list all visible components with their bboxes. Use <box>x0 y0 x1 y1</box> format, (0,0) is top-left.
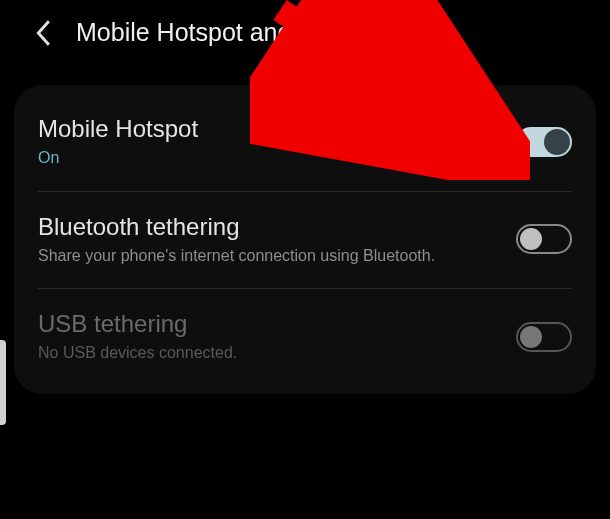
toggle-knob-icon <box>520 228 542 250</box>
page-title: Mobile Hotspot and Tethering <box>76 18 401 47</box>
row-subtitle: Share your phone's internet connection u… <box>38 245 496 267</box>
toggle-knob-icon <box>520 326 542 348</box>
mobile-hotspot-toggle[interactable] <box>516 127 572 157</box>
back-icon[interactable] <box>34 19 52 47</box>
header: Mobile Hotspot and Tethering <box>0 0 610 65</box>
bluetooth-tethering-toggle[interactable] <box>516 224 572 254</box>
usb-tethering-toggle <box>516 322 572 352</box>
scroll-handle[interactable] <box>0 340 6 425</box>
row-subtitle: No USB devices connected. <box>38 342 496 364</box>
row-subtitle: On <box>38 147 496 169</box>
settings-panel: Mobile Hotspot On Bluetooth tethering Sh… <box>14 85 596 394</box>
row-title: Bluetooth tethering <box>38 213 496 241</box>
row-bluetooth-tethering[interactable]: Bluetooth tethering Share your phone's i… <box>14 191 596 289</box>
row-text: USB tethering No USB devices connected. <box>38 310 516 364</box>
row-title: Mobile Hotspot <box>38 115 496 143</box>
row-usb-tethering: USB tethering No USB devices connected. <box>14 288 596 386</box>
row-text: Bluetooth tethering Share your phone's i… <box>38 213 516 267</box>
row-mobile-hotspot[interactable]: Mobile Hotspot On <box>14 93 596 191</box>
row-title: USB tethering <box>38 310 496 338</box>
toggle-knob-icon <box>544 129 570 155</box>
row-text: Mobile Hotspot On <box>38 115 516 169</box>
